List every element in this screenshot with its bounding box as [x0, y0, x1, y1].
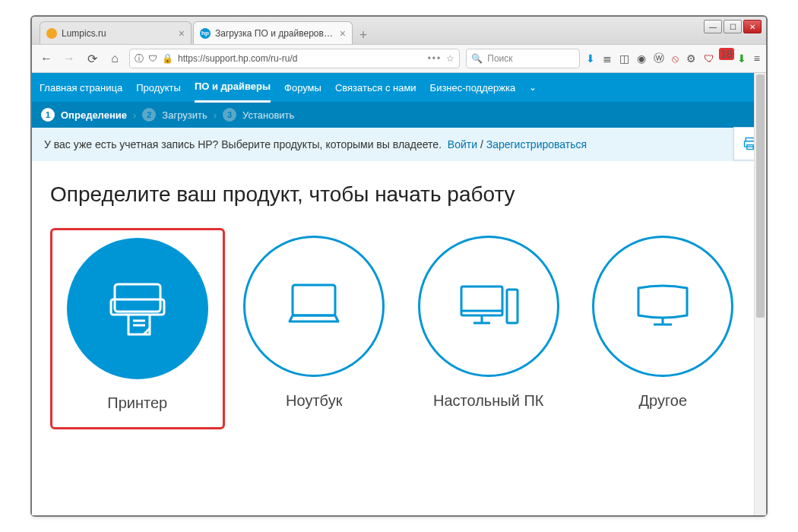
laptop-circle: [243, 236, 385, 377]
page-actions-icon[interactable]: •••: [428, 53, 442, 64]
sidebar-icon[interactable]: ◫: [619, 52, 629, 65]
card-printer[interactable]: Принтер: [50, 228, 225, 429]
chevron-right-icon: ›: [214, 109, 217, 121]
favicon-icon: hp: [200, 28, 211, 39]
info-icon: ⓘ: [135, 52, 144, 65]
desktop-circle: [418, 236, 559, 377]
hp-top-nav: Главная страница Продукты ПО и драйверы …: [32, 73, 766, 102]
tab-title: Lumpics.ru: [62, 28, 174, 39]
monitor-curved-icon: [625, 268, 701, 344]
tab-title: Загрузка ПО и драйверов HP: [215, 28, 335, 39]
nav-products[interactable]: Продукты: [136, 74, 181, 102]
step-3-label: Установить: [242, 109, 294, 121]
chevron-down-icon[interactable]: ⌄: [529, 82, 537, 93]
account-banner: У вас уже есть учетная запись HP? Выбери…: [32, 128, 766, 161]
nav-contact[interactable]: Связаться с нами: [335, 74, 416, 102]
banner-sep: /: [480, 138, 483, 150]
vertical-scrollbar[interactable]: [754, 73, 766, 515]
card-label: Ноутбук: [233, 392, 397, 410]
lock-icon: 🔒: [162, 53, 173, 64]
laptop-icon: [276, 268, 352, 344]
svg-rect-12: [507, 290, 518, 323]
svg-rect-3: [115, 284, 160, 312]
menu-icon[interactable]: ≡: [754, 52, 760, 65]
close-window-button[interactable]: ✕: [743, 20, 762, 33]
browser-window: Lumpics.ru × hp Загрузка ПО и драйверов …: [30, 15, 768, 517]
close-icon[interactable]: ×: [179, 27, 185, 40]
svg-rect-7: [293, 285, 335, 315]
home-button[interactable]: ⌂: [106, 52, 123, 65]
card-label: Настольный ПК: [407, 392, 571, 410]
extension-icon[interactable]: ⚙: [686, 52, 696, 65]
toolbar-icons: ⬇ ≣ ◫ ◉ ⓦ ⦸ ⚙ 🛡18 ⬇ ≡: [586, 52, 760, 65]
nav-software-drivers[interactable]: ПО и драйверы: [195, 73, 271, 103]
card-label: Принтер: [55, 394, 220, 412]
desktop-icon: [451, 268, 527, 344]
badge-count: 18: [719, 48, 734, 60]
extension-icon[interactable]: ⓦ: [654, 52, 664, 65]
window-controls: — ☐ ✕: [704, 20, 762, 33]
banner-text: У вас уже есть учетная запись HP? Выбери…: [44, 138, 442, 150]
chevron-right-icon: ›: [133, 109, 136, 121]
download-arrow-icon[interactable]: ⬇: [737, 52, 746, 65]
scrollbar-thumb[interactable]: [756, 74, 765, 318]
other-circle: [592, 236, 733, 377]
step-2-badge: 2: [142, 108, 156, 122]
maximize-button[interactable]: ☐: [724, 20, 742, 33]
page-content: Главная страница Продукты ПО и драйверы …: [32, 73, 766, 515]
new-tab-button[interactable]: +: [354, 26, 372, 44]
nav-home[interactable]: Главная страница: [40, 74, 122, 102]
close-icon[interactable]: ×: [340, 27, 346, 40]
tab-strip: Lumpics.ru × hp Загрузка ПО и драйверов …: [32, 17, 766, 44]
address-bar: ← → ⟳ ⌂ ⓘ 🛡 🔒 https://support.hp.com/ru-…: [32, 44, 766, 73]
main-area: Определите ваш продукт, чтобы начать раб…: [32, 161, 766, 451]
step-2-label: Загрузить: [162, 109, 207, 121]
url-text: https://support.hp.com/ru-ru/d: [178, 53, 297, 64]
search-icon: 🔍: [471, 53, 483, 64]
library-icon[interactable]: ≣: [603, 52, 612, 65]
extension-icon[interactable]: ◉: [637, 52, 646, 65]
forward-button[interactable]: →: [61, 52, 78, 65]
card-laptop[interactable]: Ноутбук: [230, 228, 400, 429]
bookmark-icon[interactable]: ☆: [446, 53, 454, 64]
reload-button[interactable]: ⟳: [84, 52, 100, 66]
tab-hp-drivers[interactable]: hp Загрузка ПО и драйверов HP ×: [193, 21, 353, 44]
minimize-button[interactable]: —: [704, 20, 722, 33]
card-desktop[interactable]: Настольный ПК: [404, 228, 574, 429]
nav-forums[interactable]: Форумы: [284, 74, 321, 102]
search-input[interactable]: 🔍 Поиск: [466, 49, 580, 68]
favicon-icon: [46, 28, 57, 39]
nav-business[interactable]: Бизнес-поддержка: [430, 74, 516, 102]
step-3-badge: 3: [223, 108, 236, 122]
step-1-badge: 1: [41, 108, 55, 122]
printer-circle: [67, 238, 208, 379]
back-button[interactable]: ←: [38, 52, 55, 65]
card-label: Другое: [581, 392, 746, 410]
url-input[interactable]: ⓘ 🛡 🔒 https://support.hp.com/ru-ru/d •••…: [129, 49, 460, 68]
search-placeholder: Поиск: [487, 53, 512, 64]
step-indicator: 1 Определение › 2 Загрузить › 3 Установи…: [32, 102, 766, 128]
tab-lumpics[interactable]: Lumpics.ru ×: [40, 21, 192, 44]
login-link[interactable]: Войти: [448, 138, 477, 150]
page-title: Определите ваш продукт, чтобы начать раб…: [50, 182, 748, 207]
step-1-label: Определение: [61, 109, 127, 121]
adblock-icon[interactable]: ⦸: [672, 52, 679, 65]
register-link[interactable]: Зарегистрироваться: [486, 138, 587, 150]
ublock-icon[interactable]: 🛡18: [704, 52, 730, 65]
download-icon[interactable]: ⬇: [586, 52, 595, 65]
shield-icon: 🛡: [148, 53, 157, 64]
product-cards: Принтер Ноутбук: [50, 228, 748, 429]
card-other[interactable]: Другое: [578, 228, 749, 429]
printer-icon: [100, 271, 176, 347]
